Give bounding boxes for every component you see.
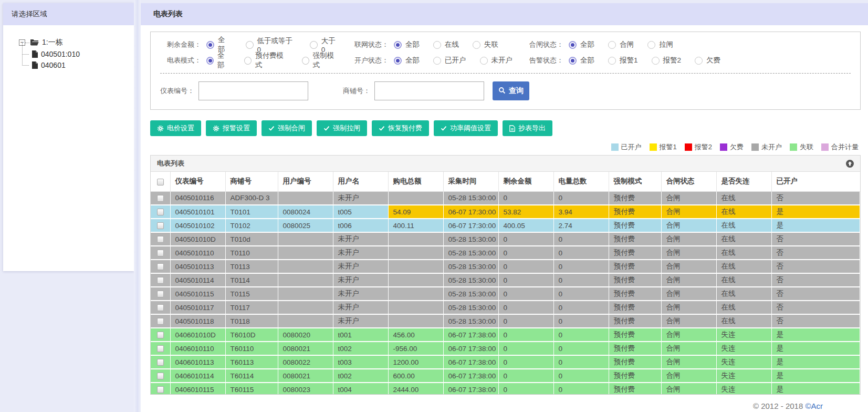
row-checkbox[interactable] bbox=[157, 236, 164, 243]
radio-option[interactable]: 在线 bbox=[433, 40, 459, 49]
action-button-强制合闸[interactable]: 强制合闸 bbox=[262, 120, 312, 136]
column-header[interactable]: 剩余金额 bbox=[498, 172, 553, 191]
row-checkbox[interactable] bbox=[157, 345, 164, 352]
shop-no-input[interactable] bbox=[374, 81, 484, 100]
table-row[interactable]: 0405010110T0110未开户05-28 15:30:0000预付费合闸在… bbox=[151, 246, 860, 260]
radio-icon[interactable] bbox=[569, 57, 577, 65]
row-checkbox[interactable] bbox=[157, 304, 164, 311]
radio-icon[interactable] bbox=[310, 41, 318, 49]
arrow-up-circle-icon[interactable] bbox=[846, 160, 854, 168]
radio-option[interactable]: 报警1 bbox=[608, 56, 638, 65]
radio-icon[interactable] bbox=[569, 41, 577, 49]
radio-option[interactable]: 全部 bbox=[206, 51, 231, 70]
column-header[interactable]: 用户编号 bbox=[278, 172, 333, 191]
radio-icon[interactable] bbox=[473, 41, 480, 49]
column-header[interactable]: 用户名 bbox=[333, 172, 388, 191]
radio-option[interactable]: 未开户 bbox=[480, 56, 513, 65]
table-cell: 预付费 bbox=[609, 287, 661, 301]
row-checkbox[interactable] bbox=[157, 332, 164, 338]
column-header[interactable]: 电量总数 bbox=[553, 172, 609, 191]
row-checkbox[interactable] bbox=[157, 209, 164, 215]
radio-option[interactable]: 欠费 bbox=[695, 56, 720, 65]
radio-option[interactable]: 预付费模式 bbox=[244, 51, 288, 70]
row-checkbox[interactable] bbox=[157, 386, 164, 393]
table-row[interactable]: 0405010118T0118未开户05-28 15:30:0000预付费合闸在… bbox=[151, 314, 860, 328]
radio-icon[interactable] bbox=[433, 41, 441, 49]
action-button-强制拉闸[interactable]: 强制拉闸 bbox=[317, 120, 367, 136]
table-row[interactable]: 0406010110T601100080021t002-956.0006-07 … bbox=[151, 342, 860, 355]
radio-icon[interactable] bbox=[302, 57, 309, 65]
query-button[interactable]: 查询 bbox=[493, 81, 529, 100]
table-row[interactable]: 040601010DT6010D0080020t001456.0006-07 1… bbox=[151, 328, 860, 342]
tree-node-040601[interactable]: 040601 bbox=[22, 59, 134, 70]
table-row[interactable]: 0405010117T0117未开户05-28 15:30:0000预付费合闸在… bbox=[151, 301, 860, 314]
column-header[interactable]: 强制模式 bbox=[609, 172, 661, 191]
row-checkbox[interactable] bbox=[157, 277, 164, 284]
table-row[interactable]: 0406010113T601130080022t0031200.0006-07 … bbox=[151, 355, 860, 369]
column-header[interactable]: 采集时间 bbox=[443, 172, 498, 191]
radio-icon[interactable] bbox=[394, 57, 402, 65]
action-button-抄表导出[interactable]: 抄表导出 bbox=[503, 120, 552, 136]
table-row[interactable]: 0406010115T601150080023t0042444.0006-07 … bbox=[151, 383, 860, 395]
radio-option[interactable]: 全部 bbox=[569, 56, 594, 65]
table-row[interactable]: 0405010116ADF300-D 3未开户05-28 15:30:0000预… bbox=[151, 191, 860, 205]
radio-icon[interactable] bbox=[206, 57, 214, 65]
tree-root-node[interactable]: − 1:一栋 bbox=[19, 37, 134, 48]
radio-icon[interactable] bbox=[206, 41, 214, 49]
select-all-checkbox[interactable] bbox=[157, 179, 164, 186]
row-checkbox[interactable] bbox=[157, 291, 164, 297]
tree-node-label[interactable]: 040501:010 bbox=[41, 50, 80, 58]
table-row[interactable]: 040501010DT010d未开户05-28 15:30:0000预付费合闸在… bbox=[151, 232, 860, 246]
action-button-恢复预付费[interactable]: 恢复预付费 bbox=[372, 120, 429, 136]
table-row[interactable]: 0405010115T0115未开户05-28 15:30:0000预付费合闸在… bbox=[151, 287, 860, 301]
row-checkbox[interactable] bbox=[157, 250, 164, 256]
row-checkbox[interactable] bbox=[157, 373, 164, 379]
row-checkbox[interactable] bbox=[157, 318, 164, 325]
radio-option[interactable]: 全部 bbox=[569, 40, 594, 49]
action-button-报警设置[interactable]: 报警设置 bbox=[206, 120, 257, 136]
radio-icon[interactable] bbox=[480, 57, 488, 65]
action-button-电价设置[interactable]: 电价设置 bbox=[150, 120, 201, 136]
row-checkbox[interactable] bbox=[157, 195, 164, 202]
radio-icon[interactable] bbox=[695, 57, 703, 65]
radio-icon[interactable] bbox=[433, 57, 441, 65]
row-checkbox[interactable] bbox=[157, 222, 164, 229]
table-row[interactable]: 0405010101T01010080024t00554.0906-07 17:… bbox=[151, 205, 860, 219]
row-checkbox[interactable] bbox=[157, 263, 164, 270]
meter-no-input[interactable] bbox=[198, 81, 308, 100]
table-row[interactable]: 0405010102T01020080025t006400.1106-07 17… bbox=[151, 219, 860, 232]
radio-icon[interactable] bbox=[246, 41, 254, 49]
column-header[interactable]: 已开户 bbox=[771, 172, 860, 191]
column-header[interactable]: 购电总额 bbox=[388, 172, 443, 191]
radio-option[interactable]: 拉闸 bbox=[647, 40, 673, 49]
radio-option[interactable]: 已开户 bbox=[433, 56, 466, 65]
tree-node-label[interactable]: 040601 bbox=[41, 61, 66, 69]
column-header[interactable]: 仪表编号 bbox=[170, 172, 225, 191]
radio-icon[interactable] bbox=[608, 57, 616, 65]
tree-node-040501:010[interactable]: 040501:010 bbox=[22, 48, 134, 59]
radio-icon[interactable] bbox=[244, 57, 252, 65]
tree-root-label[interactable]: 1:一栋 bbox=[42, 38, 63, 47]
column-header[interactable]: 商铺号 bbox=[225, 172, 278, 191]
table-cell: 合闸 bbox=[661, 260, 716, 273]
table-row[interactable]: 0406010114T601140080021t002600.0006-07 1… bbox=[151, 369, 860, 383]
radio-option[interactable]: 强制模式 bbox=[302, 51, 339, 70]
table-row[interactable]: 0405010113T0113未开户05-28 15:30:0000预付费合闸在… bbox=[151, 260, 860, 273]
column-header[interactable]: 是否失连 bbox=[716, 172, 771, 191]
radio-option[interactable]: 报警2 bbox=[652, 56, 682, 65]
copyright-link[interactable]: ©Acr bbox=[805, 401, 823, 410]
radio-icon[interactable] bbox=[647, 41, 655, 49]
radio-icon[interactable] bbox=[394, 41, 402, 49]
radio-option[interactable]: 全部 bbox=[394, 56, 420, 65]
radio-icon[interactable] bbox=[608, 41, 616, 49]
column-header[interactable]: 合闸状态 bbox=[661, 172, 716, 191]
row-checkbox[interactable] bbox=[157, 359, 164, 366]
table-row[interactable]: 0405010114T0114未开户05-28 15:30:0000预付费合闸在… bbox=[151, 273, 860, 287]
action-button-功率阈值设置[interactable]: 功率阈值设置 bbox=[434, 120, 498, 136]
radio-option[interactable]: 全部 bbox=[394, 40, 420, 49]
radio-icon[interactable] bbox=[652, 57, 660, 65]
radio-option[interactable]: 失联 bbox=[473, 40, 498, 49]
legend-label: 合并计量 bbox=[831, 142, 859, 152]
radio-option[interactable]: 合闸 bbox=[608, 40, 634, 49]
action-button-label: 抄表导出 bbox=[518, 123, 546, 133]
